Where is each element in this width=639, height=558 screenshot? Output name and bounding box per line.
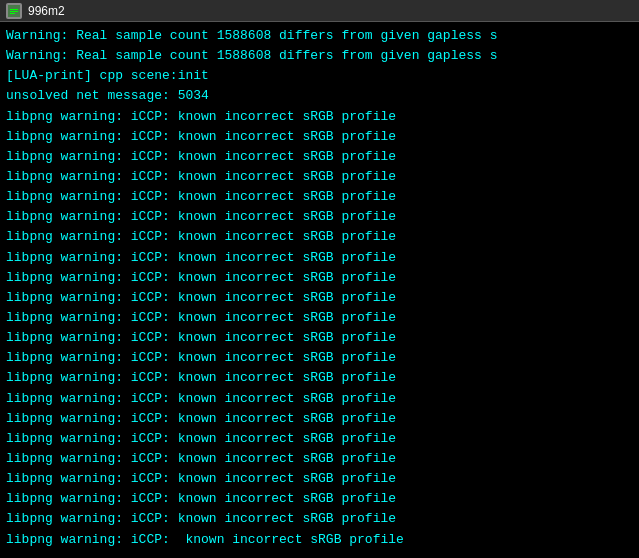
svg-rect-1 [10, 9, 18, 10]
console-line-20: libpng warning: iCCP: known incorrect sR… [6, 409, 633, 429]
console-line-22: libpng warning: iCCP: known incorrect sR… [6, 449, 633, 469]
console-line-17: libpng warning: iCCP: known incorrect sR… [6, 348, 633, 368]
console-line-2: Warning: Real sample count 1588608 diffe… [6, 46, 633, 66]
console-line-21: libpng warning: iCCP: known incorrect sR… [6, 429, 633, 449]
console-line-26: libpng warning: iCCP: known incorrect sR… [6, 530, 633, 550]
console-line-19: libpng warning: iCCP: known incorrect sR… [6, 389, 633, 409]
console-line-23: libpng warning: iCCP: known incorrect sR… [6, 469, 633, 489]
console-line-12: libpng warning: iCCP: known incorrect sR… [6, 248, 633, 268]
svg-rect-2 [10, 11, 18, 12]
console-line-0: Warning: Real sample count 1588608 diffe… [6, 26, 633, 46]
app-icon [6, 3, 22, 19]
window-title: 996m2 [28, 4, 65, 18]
console-output: Warning: Real sample count 1588608 diffe… [0, 22, 639, 558]
console-line-8: libpng warning: iCCP: known incorrect sR… [6, 167, 633, 187]
console-line-7: libpng warning: iCCP: known incorrect sR… [6, 147, 633, 167]
console-line-5: libpng warning: iCCP: known incorrect sR… [6, 107, 633, 127]
console-line-24: libpng warning: iCCP: known incorrect sR… [6, 489, 633, 509]
console-line-10: libpng warning: iCCP: known incorrect sR… [6, 207, 633, 227]
title-bar: 996m2 [0, 0, 639, 22]
console-line-11: libpng warning: iCCP: known incorrect sR… [6, 227, 633, 247]
console-line-9: libpng warning: iCCP: known incorrect sR… [6, 187, 633, 207]
console-line-25: libpng warning: iCCP: known incorrect sR… [6, 509, 633, 529]
console-line-18: libpng warning: iCCP: known incorrect sR… [6, 368, 633, 388]
svg-rect-3 [10, 13, 15, 14]
console-line-6: libpng warning: iCCP: known incorrect sR… [6, 127, 633, 147]
console-line-4: unsolved net message: 5034 [6, 86, 633, 106]
console-line-3: [LUA-print] cpp scene:init [6, 66, 633, 86]
console-line-15: libpng warning: iCCP: known incorrect sR… [6, 308, 633, 328]
console-line-14: libpng warning: iCCP: known incorrect sR… [6, 288, 633, 308]
console-line-13: libpng warning: iCCP: known incorrect sR… [6, 268, 633, 288]
console-line-16: libpng warning: iCCP: known incorrect sR… [6, 328, 633, 348]
